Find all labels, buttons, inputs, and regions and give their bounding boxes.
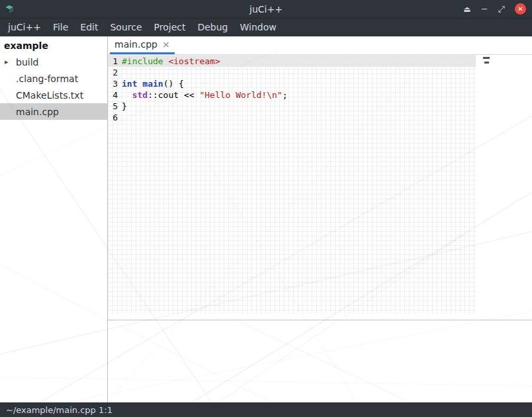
tree-item-clang-format[interactable]: .clang-format (0, 70, 107, 87)
line-number: 1 (108, 56, 118, 67)
menubar: juCi++FileEditSourceProjectDebugWindow (0, 19, 532, 36)
file-tree-sidebar: example ▸build.clang-formatCMakeLists.tx… (0, 36, 108, 402)
code-editor[interactable]: 1#include <iostream>23int main() {4 std:… (108, 55, 532, 320)
bottom-panel (108, 320, 532, 402)
titlebar: juCi++ ⏏ − ⤢ ✕ (0, 0, 532, 19)
code-line-1[interactable]: 1#include <iostream> (108, 56, 476, 67)
tree-item-build[interactable]: ▸build (0, 54, 107, 70)
tree-item-label: build (16, 57, 38, 68)
tab-label: main.cpp (114, 39, 157, 50)
expander-icon[interactable]: ▸ (5, 58, 9, 66)
tree-item-main-cpp[interactable]: main.cpp (0, 103, 107, 120)
overview-mark (483, 57, 490, 59)
menu-source[interactable]: Source (104, 19, 148, 36)
line-number: 5 (108, 101, 118, 112)
code-region[interactable]: 1#include <iostream>23int main() {4 std:… (108, 55, 476, 314)
menu-debug[interactable]: Debug (191, 19, 234, 36)
menu-window[interactable]: Window (234, 19, 283, 36)
menu-file[interactable]: File (47, 19, 74, 36)
line-number: 4 (108, 89, 118, 101)
window-controls: ⏏ − ⤢ ✕ (463, 3, 532, 15)
code-line-6[interactable]: 6 (108, 112, 476, 123)
restore-button[interactable]: ⤢ (498, 5, 505, 13)
code-text: std::cout << "Hello World!\n"; (122, 89, 287, 101)
line-number: 2 (108, 67, 118, 78)
tab-main-cpp[interactable]: main.cpp × (110, 36, 175, 54)
tab-close-icon[interactable]: × (162, 40, 170, 49)
project-root-label[interactable]: example (0, 36, 107, 54)
app-window: juCi++ ⏏ − ⤢ ✕ juCi++FileEditSourceProje… (0, 0, 532, 417)
code-text: int main() { (122, 78, 184, 89)
status-file-position: ~/example/main.cpp 1:1 (6, 405, 112, 415)
menu-juci[interactable]: juCi++ (2, 19, 47, 36)
tree-item-label: main.cpp (16, 107, 59, 117)
line-number: 3 (108, 78, 118, 89)
tree-item-label: CMakeLists.txt (16, 90, 83, 101)
code-text: #include <iostream> (122, 56, 220, 67)
code-line-5[interactable]: 5} (108, 101, 476, 112)
minimize-button[interactable]: − (481, 5, 488, 13)
code-line-3[interactable]: 3int main() { (108, 78, 476, 89)
window-title: juCi++ (249, 4, 283, 15)
scroll-overview[interactable] (482, 56, 495, 70)
overview-mark (484, 62, 489, 64)
app-logo-icon (4, 4, 15, 15)
close-button[interactable]: ✕ (515, 3, 526, 15)
tree-item-cmakelists-txt[interactable]: CMakeLists.txt (0, 87, 107, 103)
file-tree: ▸build.clang-formatCMakeLists.txtmain.cp… (0, 54, 107, 120)
main-pane: main.cpp × 1#include <iostream>23int mai… (108, 36, 532, 402)
code-line-4[interactable]: 4 std::cout << "Hello World!\n"; (108, 89, 476, 101)
tab-bar: main.cpp × (108, 36, 532, 55)
status-bar: ~/example/main.cpp 1:1 (0, 402, 532, 417)
code-line-2[interactable]: 2 (108, 67, 476, 78)
eject-button[interactable]: ⏏ (463, 5, 470, 13)
tree-item-label: .clang-format (16, 73, 78, 84)
menu-project[interactable]: Project (148, 19, 192, 36)
code-text: } (122, 101, 127, 112)
line-number: 6 (108, 112, 118, 123)
content-area: example ▸build.clang-formatCMakeLists.tx… (0, 36, 532, 402)
menu-edit[interactable]: Edit (74, 19, 104, 36)
